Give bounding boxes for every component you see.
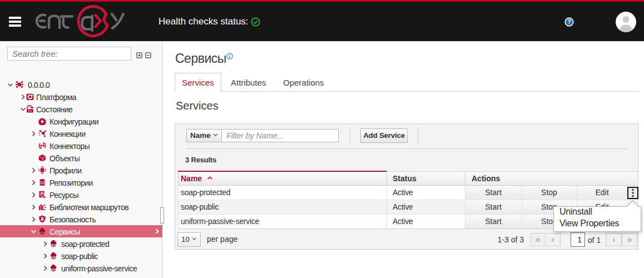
svg-text:?: ? xyxy=(567,18,571,25)
